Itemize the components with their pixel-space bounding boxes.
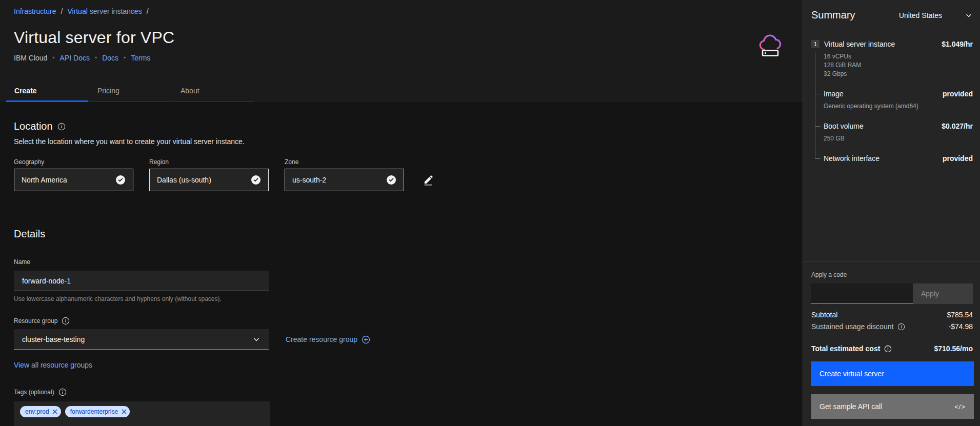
resource-group-row: cluster-base-testing Create resource gro… bbox=[14, 329, 803, 350]
api-docs-link[interactable]: API Docs bbox=[60, 54, 90, 62]
tag-env-prod: env:prod bbox=[20, 406, 61, 417]
create-resource-group-text: Create resource group bbox=[286, 335, 357, 343]
zone-tile[interactable]: us-south-2 bbox=[285, 169, 404, 191]
discount-value: -$74.98 bbox=[949, 322, 973, 331]
breadcrumb-virtual-server-instances[interactable]: Virtual server instances bbox=[67, 7, 142, 15]
subtotal-label: Subtotal bbox=[811, 311, 837, 319]
provider-label: IBM Cloud bbox=[14, 54, 47, 62]
promo-code-input[interactable] bbox=[811, 283, 913, 304]
summary-item-image: Image provided bbox=[824, 90, 973, 98]
docs-link[interactable]: Docs bbox=[102, 54, 118, 62]
geography-label: Geography bbox=[14, 158, 133, 166]
breadcrumb-separator: / bbox=[61, 7, 63, 15]
item-price: $1.049/hr bbox=[942, 40, 973, 48]
summary-item-instance: 1 Virtual server instance $1.049/hr bbox=[811, 40, 973, 48]
remove-tag-icon[interactable] bbox=[51, 408, 59, 416]
terms-link[interactable]: Terms bbox=[131, 54, 150, 62]
tab-bar: Create Pricing About bbox=[6, 82, 255, 102]
tags-input-area[interactable]: env:prod forwardenterprise bbox=[14, 401, 270, 426]
tab-pricing[interactable]: Pricing bbox=[89, 82, 171, 102]
summary-header: Summary United States bbox=[811, 0, 973, 21]
add-circle-icon bbox=[362, 335, 370, 344]
info-icon[interactable] bbox=[57, 123, 66, 131]
region-tile[interactable]: Dallas (us-south) bbox=[149, 169, 269, 191]
location-section-heading: Location bbox=[14, 120, 803, 132]
details-heading-text: Details bbox=[14, 228, 45, 240]
billing-country-selector[interactable]: United States bbox=[899, 11, 973, 19]
checkmark-filled-icon bbox=[386, 175, 396, 185]
spec-ram: 128 GiB RAM bbox=[824, 61, 973, 70]
view-all-resource-groups-link[interactable]: View all resource groups bbox=[14, 361, 92, 369]
promo-code-label: Apply a code bbox=[811, 271, 973, 278]
tags-label: Tags (optional) bbox=[14, 388, 803, 396]
summary-divider bbox=[803, 29, 980, 29]
resource-group-label: Resource group bbox=[14, 317, 803, 325]
total-label-text: Total estimated cost bbox=[811, 344, 880, 353]
checkmark-filled-icon bbox=[115, 175, 126, 185]
quantity-badge: 1 bbox=[811, 40, 819, 48]
tags-label-text: Tags (optional) bbox=[14, 389, 54, 396]
item-price: $0.027/hr bbox=[942, 122, 973, 130]
page-header: Infrastructure / Virtual server instance… bbox=[0, 0, 803, 102]
summary-panel: Summary United States 1 Virtual server i… bbox=[803, 0, 980, 426]
summary-item-boot-volume: Boot volume $0.027/hr bbox=[824, 122, 973, 130]
breadcrumb-separator: / bbox=[147, 7, 149, 15]
edit-location-button[interactable] bbox=[423, 175, 433, 186]
region-value: Dallas (us-south) bbox=[157, 176, 211, 184]
create-form: Location Select the location where you w… bbox=[0, 102, 803, 426]
item-price: provided bbox=[943, 90, 973, 98]
geography-tile[interactable]: North America bbox=[14, 169, 133, 191]
total-value: $710.56/mo bbox=[934, 344, 973, 353]
zone-label: Zone bbox=[285, 158, 404, 166]
spec-os: Generic operating system (amd64) bbox=[824, 102, 973, 111]
resource-group-label-text: Resource group bbox=[14, 317, 57, 324]
item-label: Boot volume bbox=[824, 122, 942, 130]
tag-label: env:prod bbox=[25, 408, 49, 415]
details-section-heading: Details bbox=[14, 228, 803, 240]
breadcrumb-infrastructure[interactable]: Infrastructure bbox=[14, 7, 56, 15]
item-label: Network interface bbox=[824, 154, 943, 163]
meta-bullet: • bbox=[95, 54, 97, 62]
name-helper-text: Use lowercase alphanumeric characters an… bbox=[14, 295, 803, 302]
tab-about[interactable]: About bbox=[172, 82, 254, 102]
tag-forwardenterprise: forwardenterprise bbox=[65, 406, 130, 417]
geography-value: North America bbox=[22, 176, 67, 184]
info-icon[interactable] bbox=[897, 323, 905, 331]
page-title: Virtual server for VPC bbox=[14, 28, 803, 47]
create-virtual-server-button[interactable]: Create virtual server bbox=[811, 361, 974, 386]
spec-boot-size: 250 GB bbox=[824, 134, 973, 143]
code-icon: </> bbox=[954, 403, 966, 411]
meta-bullet: • bbox=[52, 54, 54, 62]
subtotal-row: Subtotal $785.54 bbox=[811, 311, 973, 319]
tab-create[interactable]: Create bbox=[6, 82, 88, 102]
total-label: Total estimated cost bbox=[811, 344, 892, 353]
chevron-down-icon bbox=[965, 11, 973, 19]
header-meta: IBM Cloud • API Docs • Docs • Terms bbox=[14, 54, 803, 62]
vpc-cloud-icon bbox=[757, 33, 784, 58]
name-input[interactable] bbox=[14, 271, 269, 291]
location-tiles: North America Dallas (us-south) us-south… bbox=[14, 169, 803, 191]
apply-code-button[interactable]: Apply bbox=[913, 283, 973, 304]
location-description: Select the location where you want to cr… bbox=[14, 137, 803, 146]
item-label: Image bbox=[824, 90, 943, 98]
location-field-labels: Geography Region Zone bbox=[14, 158, 803, 166]
discount-label: Sustained usage discount bbox=[811, 322, 905, 331]
resource-group-value: cluster-base-testing bbox=[22, 335, 85, 343]
create-resource-group-link[interactable]: Create resource group bbox=[286, 335, 370, 344]
region-label: Region bbox=[149, 158, 269, 166]
summary-items: 1 Virtual server instance $1.049/hr 16 v… bbox=[811, 40, 973, 163]
spec-bandwidth: 32 Gbps bbox=[824, 70, 973, 78]
info-icon[interactable] bbox=[884, 345, 892, 353]
summary-item-network-interface: Network interface provided bbox=[824, 154, 973, 163]
api-call-button-label: Get sample API call bbox=[819, 402, 882, 411]
summary-title: Summary bbox=[811, 9, 855, 21]
billing-country-value: United States bbox=[899, 11, 942, 19]
get-sample-api-call-button[interactable]: Get sample API call </> bbox=[811, 394, 974, 419]
summary-divider bbox=[803, 261, 980, 261]
info-icon[interactable] bbox=[62, 317, 70, 325]
breadcrumb: Infrastructure / Virtual server instance… bbox=[14, 7, 803, 15]
remove-tag-icon[interactable] bbox=[119, 408, 128, 416]
item-label: Virtual server instance bbox=[824, 40, 942, 48]
resource-group-dropdown[interactable]: cluster-base-testing bbox=[14, 329, 269, 350]
info-icon[interactable] bbox=[58, 388, 67, 396]
